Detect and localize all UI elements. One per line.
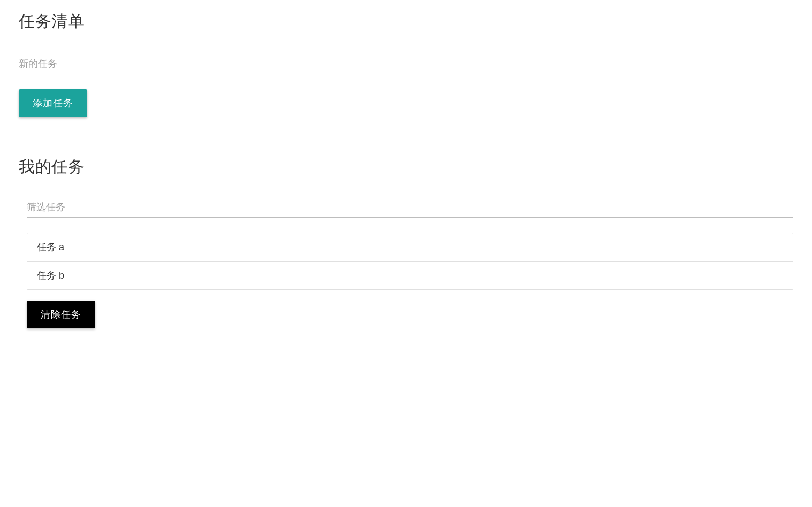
my-tasks-section: 我的任务 任务 a 任务 b 清除任务 xyxy=(0,139,812,350)
clear-tasks-button[interactable]: 清除任务 xyxy=(27,301,95,328)
add-task-section: 任务清单 添加任务 xyxy=(0,0,812,139)
task-item[interactable]: 任务 b xyxy=(27,262,793,289)
add-task-button[interactable]: 添加任务 xyxy=(19,89,87,117)
page-title: 任务清单 xyxy=(19,11,793,33)
my-tasks-title: 我的任务 xyxy=(19,156,793,178)
task-list: 任务 a 任务 b xyxy=(27,233,793,290)
filter-task-input[interactable] xyxy=(27,197,793,218)
task-item[interactable]: 任务 a xyxy=(27,233,793,262)
new-task-input[interactable] xyxy=(19,54,793,74)
